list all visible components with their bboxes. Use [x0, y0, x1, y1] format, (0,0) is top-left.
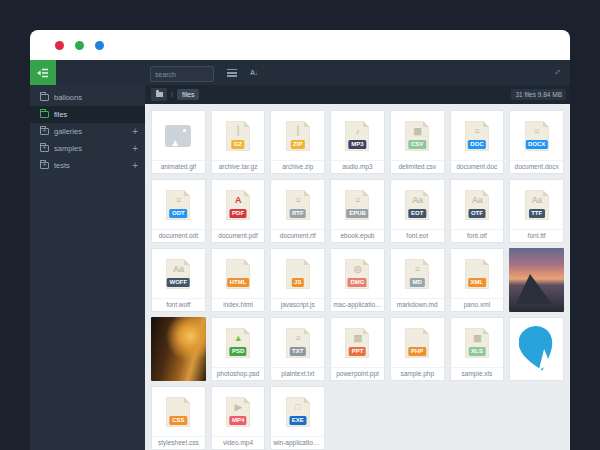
file-type-badge: DOC	[468, 140, 486, 149]
file-tile[interactable]: ≡DOCdocument.doc	[450, 110, 505, 174]
folder-icon	[40, 145, 49, 152]
sort-alpha-icon[interactable]: A↓	[250, 69, 258, 76]
file-name: document.docx	[510, 160, 563, 173]
window-close-button[interactable]	[55, 41, 64, 50]
file-type-badge: EPUB	[347, 209, 369, 218]
fullscreen-icon[interactable]: ↔	[550, 64, 563, 77]
file-tile[interactable]: ▶MP4video.mp4	[211, 386, 266, 450]
search-container	[150, 63, 214, 83]
file-tile[interactable]: ≡ODTdocument.odt	[151, 179, 206, 243]
sidebar-item-tests[interactable]: tests+	[30, 157, 145, 174]
file-icon: APDF	[212, 180, 265, 229]
file-icon: ┆ZIP	[271, 111, 324, 160]
file-tile[interactable]: ▲PSDphotoshop.psd	[211, 317, 266, 381]
expand-plus-button[interactable]: +	[132, 144, 138, 154]
file-name: archive.tar.gz	[212, 160, 265, 173]
folder-icon	[40, 128, 49, 135]
file-name: document.odt	[152, 229, 205, 242]
file-name: plaintext.txt	[271, 367, 324, 380]
sidebar-item-balloons[interactable]: balloons	[30, 89, 145, 106]
file-tile[interactable]: ♪MP3audio.mp3	[330, 110, 385, 174]
window-titlebar	[30, 30, 570, 60]
file-name: animated.gif	[152, 160, 205, 173]
sidebar-item-label: tests	[54, 161, 70, 170]
file-tile[interactable]: ▦CSVdelimited.csv	[390, 110, 445, 174]
file-name: document.rtf	[271, 229, 324, 242]
file-tile[interactable]: ≡DOCXdocument.docx	[509, 110, 564, 174]
file-type-badge: ZIP	[291, 140, 305, 149]
file-name: pano.xml	[451, 298, 504, 311]
breadcrumb-root-folder[interactable]	[151, 88, 167, 101]
file-tile[interactable]: ┆GZarchive.tar.gz	[211, 110, 266, 174]
file-tile[interactable]: APDFdocument.pdf	[211, 179, 266, 243]
file-type-badge: MD	[410, 278, 424, 287]
file-tile[interactable]: □EXEwin-application.exe	[270, 386, 325, 450]
breadcrumb-separator: /	[171, 91, 173, 98]
sidebar-toggle-button[interactable]	[30, 60, 56, 85]
file-tile[interactable]: ≡TXTplaintext.txt	[270, 317, 325, 381]
content-column: / files 31 files 9.84 MB animated.gif┆GZ…	[145, 85, 570, 450]
file-icon: ▦CSV	[391, 111, 444, 160]
toolbar: A↓ ↔	[30, 60, 570, 85]
file-tile[interactable]: AaEOTfont.eot	[390, 179, 445, 243]
file-name: font.eot	[391, 229, 444, 242]
file-name: index.html	[212, 298, 265, 311]
photo-tile[interactable]	[151, 317, 206, 381]
file-icon: ≡RTF	[271, 180, 324, 229]
file-tile[interactable]: AaWOFFfont.woff	[151, 248, 206, 312]
file-tile[interactable]: AaTTFfont.ttf	[509, 179, 564, 243]
file-name: font.woff	[152, 298, 205, 311]
file-icon: ▦XLS	[451, 318, 504, 367]
breadcrumb-current[interactable]: files	[177, 89, 199, 100]
file-icon: AaEOT	[391, 180, 444, 229]
expand-plus-button[interactable]: +	[132, 127, 138, 137]
sidebar-collapse-icon	[37, 68, 49, 78]
file-tile[interactable]: animated.gif	[151, 110, 206, 174]
file-tile[interactable]: PHPsample.php	[390, 317, 445, 381]
window-maximize-button[interactable]	[95, 41, 104, 50]
list-view-icon[interactable]	[227, 69, 237, 77]
sidebar-item-samples[interactable]: samples+	[30, 140, 145, 157]
file-name: document.doc	[451, 160, 504, 173]
file-tile[interactable]: XMLpano.xml	[450, 248, 505, 312]
file-tile[interactable]: HTMLindex.html	[211, 248, 266, 312]
file-tile[interactable]: ◎DMGmac-application.d...	[330, 248, 385, 312]
file-type-badge: DOCX	[525, 140, 547, 149]
file-tile[interactable]: JSjavascript.js	[270, 248, 325, 312]
file-icon: ▲PSD	[212, 318, 265, 367]
search-input[interactable]	[150, 66, 214, 82]
file-tile[interactable]: ▦XLSsample.xls	[450, 317, 505, 381]
file-icon: ▤PPT	[331, 318, 384, 367]
photo-thumbnail	[151, 317, 206, 381]
file-name: document.pdf	[212, 229, 265, 242]
sidebar-item-galleries[interactable]: galleries+	[30, 123, 145, 140]
sidebar-item-label: files	[54, 110, 67, 119]
file-name: ebook.epub	[331, 229, 384, 242]
file-type-badge: GZ	[231, 140, 244, 149]
vector-preview-icon	[510, 318, 563, 380]
photo-tile[interactable]	[509, 248, 564, 312]
file-tile[interactable]: CSSstylesheet.css	[151, 386, 206, 450]
file-icon: AaTTF	[510, 180, 563, 229]
file-icon: XML	[451, 249, 504, 298]
sidebar-item-label: samples	[54, 144, 82, 153]
vector-tile[interactable]	[509, 317, 564, 381]
file-type-badge: RTF	[289, 209, 306, 218]
file-tile[interactable]: ≡MDmarkdown.md	[390, 248, 445, 312]
file-tile[interactable]: AaOTFfont.otf	[450, 179, 505, 243]
window-minimize-button[interactable]	[75, 41, 84, 50]
sidebar-item-files[interactable]: files	[30, 106, 145, 123]
file-name: font.otf	[451, 229, 504, 242]
file-type-badge: JS	[292, 278, 304, 287]
folder-icon	[40, 111, 49, 118]
file-tile[interactable]: ≡EPUBebook.epub	[330, 179, 385, 243]
file-name: markdown.md	[391, 298, 444, 311]
file-tile[interactable]: ┆ZIParchive.zip	[270, 110, 325, 174]
file-icon: ≡DOCX	[510, 111, 563, 160]
file-tile[interactable]: ▤PPTpowerpoint.ppt	[330, 317, 385, 381]
file-type-badge: HTML	[227, 278, 249, 287]
file-tile[interactable]: ≡RTFdocument.rtf	[270, 179, 325, 243]
expand-plus-button[interactable]: +	[132, 161, 138, 171]
file-type-badge: PDF	[230, 209, 247, 218]
file-icon: AaWOFF	[152, 249, 205, 298]
